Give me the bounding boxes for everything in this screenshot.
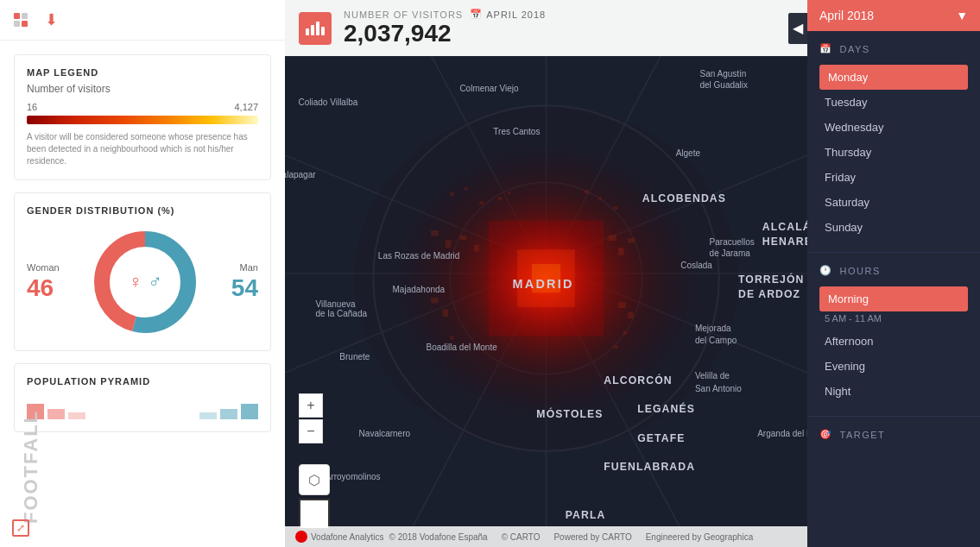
- svg-rect-21: [599, 197, 602, 199]
- left-sidebar: ⬇ MAP LEGEND Number of visitors 16 4,127…: [0, 0, 285, 547]
- man-label: Man: [240, 262, 258, 273]
- day-item-thursday[interactable]: Thursday: [819, 140, 968, 165]
- woman-icon: ♀: [129, 271, 143, 293]
- map-area: Colmenar Viejo Coliado Villalba Galapaga…: [285, 0, 807, 547]
- pyramid-section: POPULATION PYRAMID: [14, 363, 271, 432]
- svg-text:ALCORCÓN: ALCORCÓN: [604, 374, 673, 387]
- zoom-controls: + −: [299, 393, 323, 443]
- download-icon[interactable]: ⬇: [45, 10, 58, 29]
- sidebar-body: MAP LEGEND Number of visitors 16 4,127 A…: [0, 41, 285, 547]
- vodafone-logo: Vodafone Analytics: [295, 531, 384, 543]
- svg-text:Velilla de: Velilla de: [695, 371, 730, 380]
- legend-max: 4,127: [234, 102, 258, 112]
- svg-text:Mejorada: Mejorada: [695, 324, 731, 333]
- svg-rect-31: [609, 236, 616, 242]
- svg-text:Arganda del Rey: Arganda del Rey: [757, 429, 807, 438]
- selection-button[interactable]: [299, 499, 330, 530]
- svg-text:TORREJÓN: TORREJÓN: [738, 273, 805, 286]
- svg-rect-37: [628, 311, 634, 318]
- right-sidebar: April 2018 ▼ 📅 DAYS Monday Tuesday Wedne…: [807, 0, 980, 547]
- sidebar-icons: ⬇: [14, 10, 58, 29]
- target-icon: 🎯: [819, 429, 833, 440]
- svg-rect-30: [474, 245, 479, 252]
- man-value: 54: [231, 274, 258, 302]
- svg-text:Villanueva: Villanueva: [316, 299, 356, 309]
- svg-text:Coslada: Coslada: [680, 261, 712, 270]
- legend-section: MAP LEGEND Number of visitors 16 4,127 A…: [14, 54, 271, 180]
- 3d-view-button[interactable]: ⬡: [299, 464, 330, 495]
- svg-text:MÓSTOLES: MÓSTOLES: [536, 407, 603, 420]
- svg-rect-32: [618, 248, 624, 255]
- legend-subtitle: Number of visitors: [27, 83, 258, 95]
- visitor-count: 2,037,942: [344, 20, 546, 47]
- grid-icon[interactable]: [14, 13, 28, 27]
- svg-rect-34: [431, 298, 439, 304]
- pyramid-title: POPULATION PYRAMID: [27, 376, 258, 387]
- day-item-sunday[interactable]: Sunday: [819, 215, 968, 240]
- zoom-out-button[interactable]: −: [299, 419, 323, 443]
- svg-rect-33: [628, 238, 635, 243]
- clock-icon: 🕐: [819, 265, 833, 276]
- day-item-saturday[interactable]: Saturday: [819, 190, 968, 215]
- calendar-icon: 📅: [819, 43, 833, 54]
- legend-range: 16 4,127: [27, 102, 258, 112]
- vodafone-circle: [295, 531, 307, 543]
- month-selector[interactable]: April 2018 ▼: [807, 0, 980, 31]
- svg-text:GETAFE: GETAFE: [637, 432, 685, 444]
- svg-text:de Jarama: de Jarama: [710, 248, 751, 258]
- svg-rect-27: [431, 230, 439, 236]
- svg-text:San Agustín: San Agustín: [699, 69, 746, 79]
- svg-rect-19: [508, 192, 510, 194]
- gender-chart: Woman 46 ♀: [27, 226, 258, 338]
- map-header: NUMBER OF VISITORS 📅 APRIL 2018 2,037,94…: [285, 0, 807, 56]
- svg-rect-16: [465, 187, 467, 190]
- legend-min: 16: [27, 102, 37, 112]
- hour-item-afternoon[interactable]: Afternoon: [819, 329, 968, 354]
- svg-rect-23: [450, 336, 453, 339]
- day-item-monday[interactable]: Monday: [819, 65, 968, 90]
- svg-text:Paracuellos: Paracuellos: [710, 237, 755, 247]
- hours-section: 🕐 HOURS Morning 5 AM - 11 AM Afternoon E…: [807, 253, 980, 417]
- svg-text:LEGANÉS: LEGANÉS: [637, 402, 695, 415]
- svg-text:Majadahonda: Majadahonda: [393, 285, 446, 294]
- svg-text:FUENLABRADA: FUENLABRADA: [604, 461, 695, 473]
- hour-item-morning[interactable]: Morning: [819, 286, 968, 311]
- svg-rect-17: [479, 202, 484, 204]
- copyright-text: © 2018 Vodafone España: [389, 532, 488, 542]
- svg-rect-18: [498, 197, 502, 200]
- svg-text:Coliado Villalba: Coliado Villalba: [299, 97, 358, 107]
- woman-label: Woman: [27, 262, 60, 273]
- hour-item-evening[interactable]: Evening: [819, 354, 968, 379]
- day-item-tuesday[interactable]: Tuesday: [819, 90, 968, 115]
- svg-rect-22: [613, 206, 618, 209]
- brand-text: Vodafone Analytics: [311, 532, 384, 542]
- svg-rect-35: [442, 309, 448, 317]
- svg-text:Arroyomolinos: Arroyomolinos: [326, 472, 381, 481]
- svg-text:del Campo: del Campo: [695, 336, 737, 345]
- man-icon: ♂: [148, 271, 162, 293]
- expand-icon[interactable]: ⤢: [12, 519, 29, 537]
- chevron-down-icon: ▼: [956, 9, 968, 22]
- target-section: 🎯 TARGET: [807, 417, 980, 452]
- zoom-in-button[interactable]: +: [299, 393, 323, 418]
- visitor-info: NUMBER OF VISITORS 📅 APRIL 2018 2,037,94…: [344, 9, 546, 47]
- svg-text:PARLA: PARLA: [566, 509, 606, 521]
- svg-text:Boadilla del Monte: Boadilla del Monte: [426, 343, 497, 352]
- svg-text:DE ARDOZ: DE ARDOZ: [738, 288, 800, 300]
- svg-rect-29: [459, 236, 466, 241]
- legend-note: A visitor will be considered someone who…: [27, 131, 258, 167]
- powered-text: Powered by CARTO: [553, 532, 631, 542]
- svg-text:de la Cañada: de la Cañada: [316, 309, 368, 318]
- svg-rect-28: [446, 240, 452, 248]
- collapse-button[interactable]: ◀: [788, 13, 807, 44]
- day-item-wednesday[interactable]: Wednesday: [819, 115, 968, 140]
- svg-rect-36: [618, 302, 626, 308]
- legend-gradient: [27, 116, 258, 124]
- hours-title: 🕐 HOURS: [819, 265, 968, 276]
- svg-rect-15: [450, 192, 453, 195]
- svg-text:Algete: Algete: [676, 148, 701, 158]
- day-item-friday[interactable]: Friday: [819, 165, 968, 190]
- days-title: 📅 DAYS: [819, 43, 968, 54]
- hour-item-night[interactable]: Night: [819, 379, 968, 404]
- morning-range: 5 AM - 11 AM: [819, 311, 968, 329]
